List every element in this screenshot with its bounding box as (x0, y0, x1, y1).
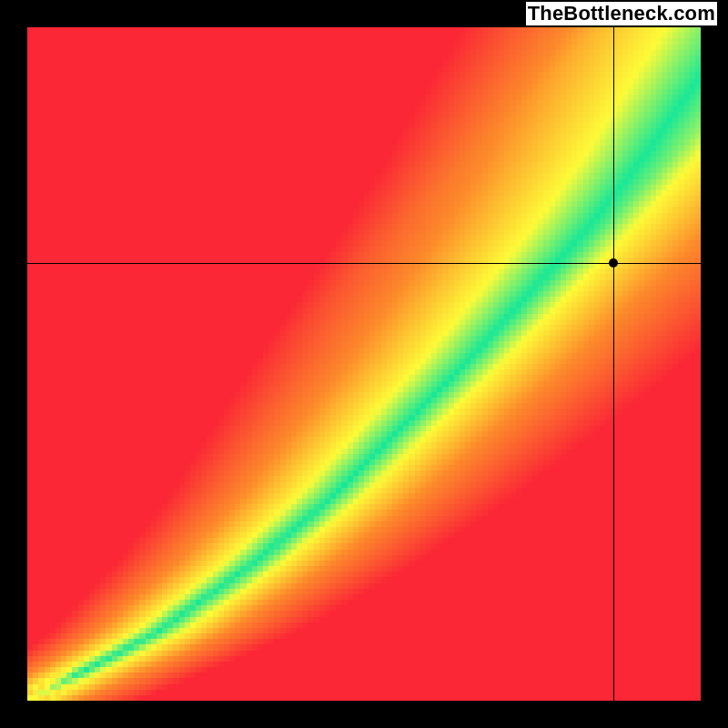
heatmap-plot (27, 27, 701, 701)
watermark-text: TheBottleneck.com (526, 2, 717, 25)
crosshair-vertical (613, 27, 614, 701)
chart-stage: TheBottleneck.com (0, 0, 728, 728)
marker-dot (609, 258, 618, 268)
heatmap-canvas (27, 27, 701, 701)
crosshair-horizontal (27, 263, 701, 264)
